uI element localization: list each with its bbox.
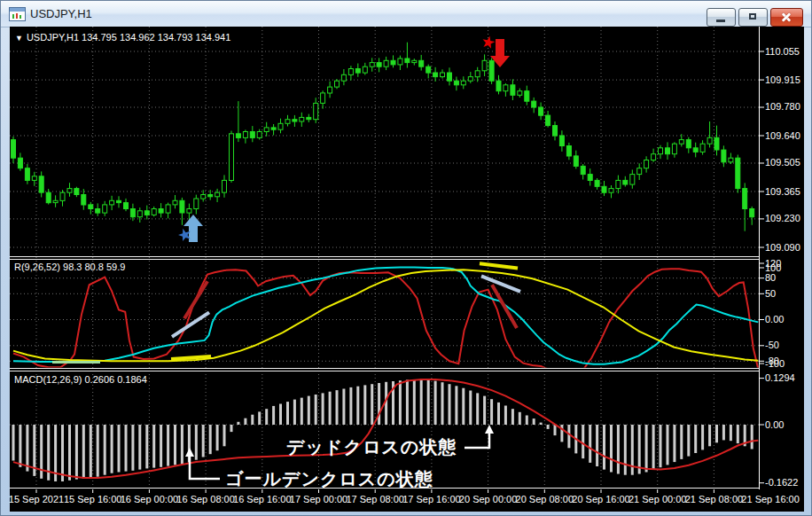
window-controls bbox=[704, 8, 803, 27]
price-axis-background[interactable] bbox=[760, 27, 805, 489]
golden-cross-annotation[interactable]: ゴールデンクロスの状態 bbox=[225, 467, 433, 491]
close-button[interactable] bbox=[770, 8, 803, 27]
restore-button[interactable] bbox=[738, 8, 768, 27]
chart-client-area: 110.055109.915109.780109.640109.505109.3… bbox=[10, 27, 804, 512]
minimize-button[interactable] bbox=[707, 8, 736, 27]
minimize-icon bbox=[716, 20, 725, 22]
chart-window-icon bbox=[9, 7, 26, 21]
titlebar[interactable]: USDJPY,H1 bbox=[1, 1, 811, 27]
ohlc-values: USDJPY,H1 134.795 134.962 134.793 134.94… bbox=[27, 32, 230, 43]
window-title: USDJPY,H1 bbox=[30, 7, 92, 20]
rci-indicator-label: R(9,26,52) 98.3 80.8 59.9 bbox=[14, 262, 125, 272]
mt4-chart-window: USDJPY,H1 110.055109.915109.780109.64010… bbox=[0, 0, 812, 516]
dead-cross-annotation[interactable]: デッドクロスの状態 bbox=[286, 435, 457, 459]
ohlc-header: ▼USDJPY,H1 134.795 134.962 134.793 134.9… bbox=[15, 32, 230, 43]
macd-indicator-label: MACD(12,26,9) 0.2606 0.1864 bbox=[14, 374, 147, 385]
symbol-dropdown-arrow[interactable]: ▼ bbox=[15, 34, 23, 43]
restore-icon bbox=[749, 13, 756, 20]
